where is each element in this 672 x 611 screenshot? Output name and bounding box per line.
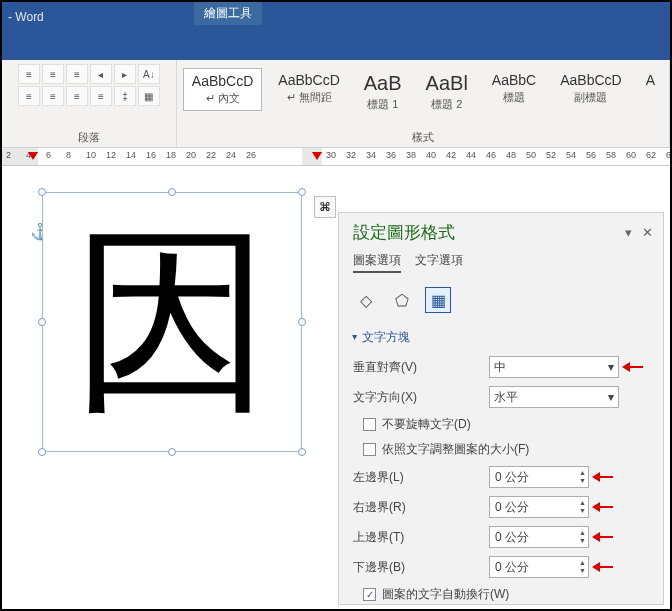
chevron-down-icon: ▾ [608,360,614,374]
ruler-number: 6 [46,150,51,160]
increase-indent-button[interactable]: ▸ [114,64,136,84]
pane-title: 設定圖形格式 [353,221,455,244]
ruler-number: 32 [346,150,356,160]
section-textbox[interactable]: 文字方塊 [339,323,663,352]
contextual-tab-label: 繪圖工具 [194,2,262,25]
style-item[interactable]: AaBl標題 2 [418,68,476,116]
ruler-number: 52 [546,150,556,160]
wrap-label: 圖案的文字自動換行(W) [382,586,509,603]
style-item[interactable]: AaB標題 1 [356,68,410,116]
ruler-number: 50 [526,150,536,160]
annotation-arrow-icon [595,502,617,512]
chevron-down-icon: ▾ [608,390,614,404]
valign-label: 垂直對齊(V) [353,359,483,376]
resize-handle[interactable] [168,188,176,196]
format-shape-pane: 設定圖形格式 ▾ ✕ 圖案選項 文字選項 ◇ ⬠ ▦ 文字方塊 垂直對齊(V) … [338,212,664,605]
multilevel-button[interactable]: ≡ [66,64,88,84]
annotation-arrow-icon [595,472,617,482]
ruler-number: 18 [166,150,176,160]
ruler-number: 34 [366,150,376,160]
tab-shape-options[interactable]: 圖案選項 [353,252,401,273]
margin-bottom-input[interactable]: 0 公分▲▼ [489,556,589,578]
ruler-number: 38 [406,150,416,160]
shading-button[interactable]: ▦ [138,86,160,106]
annotation-arrow-icon [625,362,647,372]
valign-combo[interactable]: 中▾ [489,356,619,378]
checkbox-autosize[interactable] [363,443,376,456]
numbering-button[interactable]: ≡ [42,64,64,84]
resize-handle[interactable] [298,448,306,456]
margin-left-input[interactable]: 0 公分▲▼ [489,466,589,488]
layout-options-button[interactable]: ⌘ [314,196,336,218]
ruler-number: 36 [386,150,396,160]
textdir-label: 文字方向(X) [353,389,483,406]
ruler-number: 44 [466,150,476,160]
ruler-number: 24 [226,150,236,160]
text-box-shape[interactable]: 因 [42,192,302,452]
annotation-arrow-icon [595,532,617,542]
ruler-number: 30 [326,150,336,160]
margin-right-label: 右邊界(R) [353,499,483,516]
ruler-number: 12 [106,150,116,160]
style-item[interactable]: A [638,68,663,94]
margin-right-input[interactable]: 0 公分▲▼ [489,496,589,518]
style-item[interactable]: AaBbCcD↵ 內文 [183,68,262,111]
fill-line-icon[interactable]: ◇ [353,287,379,313]
effects-icon[interactable]: ⬠ [389,287,415,313]
ruler-number: 62 [646,150,656,160]
resize-handle[interactable] [298,188,306,196]
ruler-number: 40 [426,150,436,160]
tab-text-options[interactable]: 文字選項 [415,252,463,273]
decrease-indent-button[interactable]: ◂ [90,64,112,84]
checkbox-wrap[interactable]: ✓ [363,588,376,601]
align-center-button[interactable]: ≡ [42,86,64,106]
ruler-number: 60 [626,150,636,160]
autosize-label: 依照文字調整圖案的大小(F) [382,441,529,458]
horizontal-ruler[interactable]: 2468101214161820222426303234363840424446… [2,148,670,166]
sort-button[interactable]: A↓ [138,64,160,84]
style-item[interactable]: AaBbC標題 [484,68,544,109]
resize-handle[interactable] [168,448,176,456]
ruler-number: 14 [126,150,136,160]
layout-properties-icon[interactable]: ▦ [425,287,451,313]
justify-button[interactable]: ≡ [90,86,112,106]
annotation-arrow-icon [312,152,322,160]
ruler-number: 46 [486,150,496,160]
style-item[interactable]: AaBbCcD↵ 無間距 [270,68,347,109]
title-bar: - Word 繪圖工具 校閱 檢視 開發人員 說明 格式 💡 告訴我您想做什麼 [2,2,670,60]
group-label-styles: 樣式 [183,127,663,145]
close-icon[interactable]: ✕ [642,225,653,240]
ruler-number: 20 [186,150,196,160]
resize-handle[interactable] [38,318,46,326]
resize-handle[interactable] [38,188,46,196]
ruler-number: 64 [666,150,672,160]
margin-top-label: 上邊界(T) [353,529,483,546]
ruler-number: 16 [146,150,156,160]
ruler-number: 10 [86,150,96,160]
norotate-label: 不要旋轉文字(D) [382,416,471,433]
ruler-number: 54 [566,150,576,160]
annotation-arrow-icon [595,562,617,572]
ruler-number: 42 [446,150,456,160]
ruler-number: 2 [6,150,11,160]
align-left-button[interactable]: ≡ [18,86,40,106]
styles-gallery[interactable]: AaBbCcD↵ 內文AaBbCcD↵ 無間距AaB標題 1AaBl標題 2Aa… [183,64,663,116]
align-right-button[interactable]: ≡ [66,86,88,106]
shape-text: 因 [72,222,272,422]
margin-top-input[interactable]: 0 公分▲▼ [489,526,589,548]
paragraph-tools: ≡ ≡ ≡ ◂ ▸ A↓ ≡ ≡ ≡ ≡ ‡ ▦ [18,64,160,106]
resize-handle[interactable] [38,448,46,456]
bullets-button[interactable]: ≡ [18,64,40,84]
pane-dropdown-icon[interactable]: ▾ [625,225,632,240]
resize-handle[interactable] [298,318,306,326]
ruler-number: 48 [506,150,516,160]
checkbox-norotate[interactable] [363,418,376,431]
style-item[interactable]: AaBbCcD副標題 [552,68,629,109]
ribbon-content: ≡ ≡ ≡ ◂ ▸ A↓ ≡ ≡ ≡ ≡ ‡ ▦ 段落 AaBbCcD↵ 內文A… [2,60,670,148]
textdir-combo[interactable]: 水平▾ [489,386,619,408]
line-spacing-button[interactable]: ‡ [114,86,136,106]
ruler-number: 56 [586,150,596,160]
ruler-number: 58 [606,150,616,160]
group-label-paragraph: 段落 [8,127,170,145]
group-paragraph: ≡ ≡ ≡ ◂ ▸ A↓ ≡ ≡ ≡ ≡ ‡ ▦ 段落 [2,60,177,147]
